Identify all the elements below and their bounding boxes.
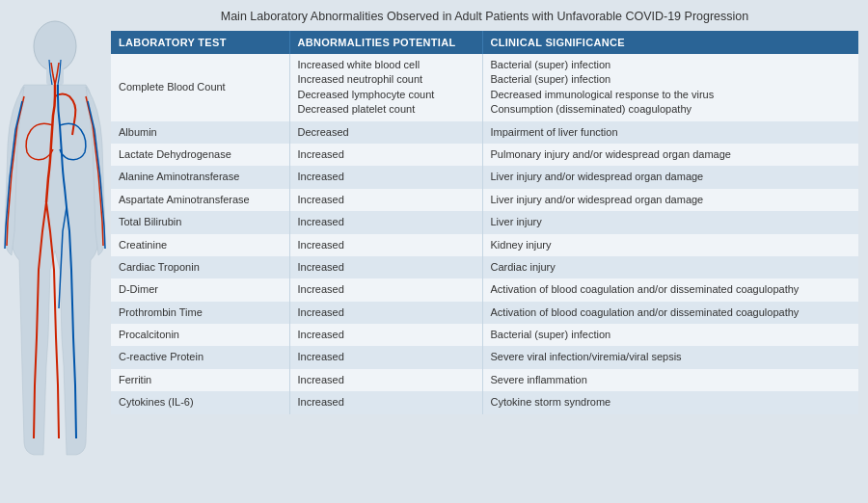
abnormalities-table: LABORATORY TEST ABNORMALITIES POTENTIAL … [111,31,858,414]
cell-abnormalities: Increased [289,302,482,324]
table-row: Alanine AminotransferaseIncreasedLiver i… [111,166,858,188]
cell-clinical-significance: Bacterial (super) infection [482,324,858,346]
cell-test-name: C-reactive Protein [111,346,289,368]
table-header-row: LABORATORY TEST ABNORMALITIES POTENTIAL … [111,31,858,54]
cell-test-name: Cardiac Troponin [111,256,289,278]
table-row: Prothrombin TimeIncreasedActivation of b… [111,302,858,324]
cell-clinical-significance: Pulmonary injury and/or widespread organ… [482,144,858,166]
cell-abnormalities: Increased [289,324,482,346]
cell-test-name: Alanine Aminotransferase [111,166,289,188]
cell-abnormalities: Increased [289,391,482,413]
table-row: C-reactive ProteinIncreasedSevere viral … [111,346,858,368]
cell-clinical-significance: Severe viral infection/viremia/viral sep… [482,346,858,368]
table-row: AlbuminDecreasedImpairment of liver func… [111,121,858,144]
cell-clinical-significance: Kidney injury [482,234,858,256]
table-row: Cardiac TroponinIncreasedCardiac injury [111,256,858,278]
table-row: Complete Blood CountIncreased white bloo… [111,54,858,121]
cell-clinical-significance: Bacterial (super) infectionBacterial (su… [482,54,858,121]
cell-clinical-significance: Severe inflammation [482,369,858,391]
cell-abnormalities: Increased white blood cellIncreased neut… [289,54,482,121]
human-body-figure [0,0,111,503]
cell-abnormalities: Decreased [289,121,482,144]
cell-abnormalities: Increased [289,278,482,301]
cell-clinical-significance: Liver injury [482,211,858,233]
cell-test-name: Procalcitonin [111,324,289,346]
cell-clinical-significance: Cardiac injury [482,256,858,278]
table-row: Cytokines (IL-6)IncreasedCytokine storm … [111,391,858,413]
header-lab-test: LABORATORY TEST [111,31,289,54]
header-clinical: CLINICAL SIGNIFICANCE [482,31,858,54]
cell-clinical-significance: Activation of blood coagulation and/or d… [482,278,858,301]
cell-test-name: D-Dimer [111,278,289,301]
cell-test-name: Cytokines (IL-6) [111,391,289,413]
cell-clinical-significance: Activation of blood coagulation and/or d… [482,302,858,324]
main-content: Main Laboratory Abnormalities Observed i… [101,0,868,503]
cell-clinical-significance: Cytokine storm syndrome [482,391,858,413]
cell-abnormalities: Increased [289,144,482,166]
page-title: Main Laboratory Abnormalities Observed i… [111,10,858,23]
cell-test-name: Ferritin [111,369,289,391]
cell-clinical-significance: Impairment of liver function [482,121,858,144]
table-row: FerritinIncreasedSevere inflammation [111,369,858,391]
cell-test-name: Lactate Dehydrogenase [111,144,289,166]
cell-test-name: Creatinine [111,234,289,256]
table-row: CreatinineIncreasedKidney injury [111,234,858,256]
cell-abnormalities: Increased [289,369,482,391]
cell-test-name: Total Bilirubin [111,211,289,233]
cell-test-name: Prothrombin Time [111,302,289,324]
table-row: Lactate DehydrogenaseIncreasedPulmonary … [111,144,858,166]
cell-test-name: Complete Blood Count [111,54,289,121]
cell-test-name: Albumin [111,121,289,144]
cell-abnormalities: Increased [289,234,482,256]
cell-abnormalities: Increased [289,166,482,188]
cell-abnormalities: Increased [289,211,482,233]
cell-test-name: Aspartate Aminotransferase [111,189,289,211]
svg-point-1 [34,21,76,71]
cell-clinical-significance: Liver injury and/or widespread organ dam… [482,166,858,188]
table-row: Total BilirubinIncreasedLiver injury [111,211,858,233]
table-row: ProcalcitoninIncreasedBacterial (super) … [111,324,858,346]
cell-abnormalities: Increased [289,256,482,278]
table-row: Aspartate AminotransferaseIncreasedLiver… [111,189,858,211]
cell-clinical-significance: Liver injury and/or widespread organ dam… [482,189,858,211]
header-abnormalities: ABNORMALITIES POTENTIAL [289,31,482,54]
cell-abnormalities: Increased [289,189,482,211]
cell-abnormalities: Increased [289,346,482,368]
table-row: D-DimerIncreasedActivation of blood coag… [111,278,858,301]
